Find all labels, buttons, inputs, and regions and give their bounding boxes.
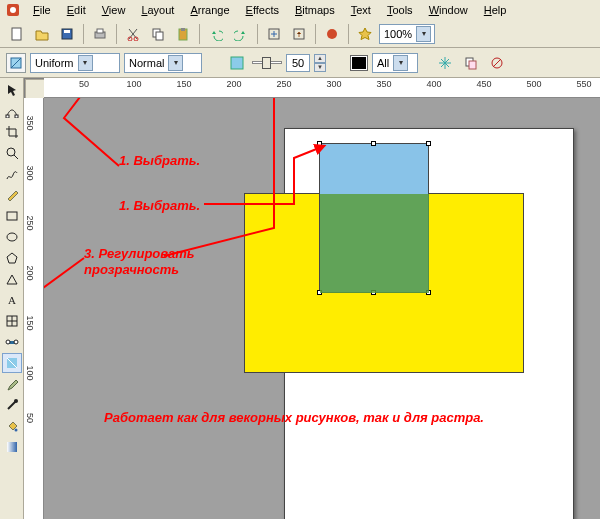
annotation-footer: Работает как для векорных рисунков, так … xyxy=(104,410,484,425)
menu-window[interactable]: Window xyxy=(422,2,475,18)
pick-tool[interactable] xyxy=(2,80,22,100)
blend-mode-combo[interactable]: Normal ▾ xyxy=(124,53,202,73)
rectangle-tool[interactable] xyxy=(2,206,22,226)
chevron-down-icon[interactable]: ▾ xyxy=(78,55,93,71)
ruler-tick: 300 xyxy=(326,79,341,89)
svg-point-15 xyxy=(327,29,337,39)
paste-button[interactable] xyxy=(172,23,194,45)
menu-help[interactable]: Help xyxy=(477,2,514,18)
transparency-type-value: Uniform xyxy=(35,57,74,69)
slider-thumb[interactable] xyxy=(262,57,271,69)
cut-button[interactable] xyxy=(122,23,144,45)
ruler-tick: 250 xyxy=(276,79,291,89)
standard-toolbar: 100% ▾ xyxy=(0,20,600,48)
svg-rect-10 xyxy=(156,32,163,40)
crop-tool[interactable] xyxy=(2,122,22,142)
freehand-tool[interactable] xyxy=(2,164,22,184)
svg-rect-22 xyxy=(15,115,18,118)
menu-file[interactable]: File xyxy=(26,2,58,18)
open-button[interactable] xyxy=(31,23,53,45)
shape-tool[interactable] xyxy=(2,101,22,121)
apply-target-icon xyxy=(350,55,368,71)
welcome-button[interactable] xyxy=(354,23,376,45)
ruler-tick: 200 xyxy=(226,79,241,89)
chevron-down-icon[interactable]: ▾ xyxy=(393,55,408,71)
table-tool[interactable] xyxy=(2,311,22,331)
svg-point-30 xyxy=(14,340,18,344)
app-icon xyxy=(6,3,20,17)
ruler-tick: 550 xyxy=(576,79,591,89)
svg-rect-17 xyxy=(231,57,243,69)
export-button[interactable] xyxy=(288,23,310,45)
toolbox: A xyxy=(0,78,24,519)
ruler-vertical[interactable]: 350 300 250 200 150 100 50 xyxy=(24,98,44,519)
svg-rect-12 xyxy=(181,28,185,31)
ruler-tick: 350 xyxy=(25,116,35,131)
zoom-combo[interactable]: 100% ▾ xyxy=(379,24,435,44)
canvas[interactable]: 1. Выбрать. 1. Выбрать. 3. Регулировать … xyxy=(44,98,600,519)
svg-text:A: A xyxy=(8,294,16,306)
transparency-property-bar: Uniform ▾ Normal ▾ 50 ▲▼ All ▾ xyxy=(0,48,600,78)
annotation-3b: прозрачность xyxy=(84,262,179,277)
app-launcher-button[interactable] xyxy=(321,23,343,45)
menu-layout[interactable]: Layout xyxy=(134,2,181,18)
menu-edit[interactable]: Edit xyxy=(60,2,93,18)
ellipse-tool[interactable] xyxy=(2,227,22,247)
smart-tool[interactable] xyxy=(2,185,22,205)
ruler-tick: 150 xyxy=(25,316,35,331)
outline-tool[interactable] xyxy=(2,395,22,415)
ruler-horizontal[interactable]: 50 100 150 200 250 300 350 400 450 500 5… xyxy=(44,78,600,98)
apply-target-combo[interactable]: All ▾ xyxy=(372,53,418,73)
transparency-type-combo[interactable]: Uniform ▾ xyxy=(30,53,120,73)
chevron-down-icon[interactable]: ▾ xyxy=(416,26,431,42)
interactive-tool[interactable] xyxy=(2,332,22,352)
zoom-value: 100% xyxy=(384,28,412,40)
copy-props-button[interactable] xyxy=(460,52,482,74)
svg-point-29 xyxy=(6,340,10,344)
transparency-tool[interactable] xyxy=(2,353,22,373)
interactive-fill-tool[interactable] xyxy=(2,437,22,457)
annotation-2: 1. Выбрать. xyxy=(119,198,200,213)
svg-rect-34 xyxy=(7,442,17,452)
svg-point-23 xyxy=(7,148,15,156)
fill-tool[interactable] xyxy=(2,416,22,436)
menu-bitmaps[interactable]: Bitmaps xyxy=(288,2,342,18)
ruler-tick: 50 xyxy=(79,79,89,89)
polygon-tool[interactable] xyxy=(2,248,22,268)
svg-rect-21 xyxy=(6,115,9,118)
save-button[interactable] xyxy=(56,23,78,45)
ruler-tick: 300 xyxy=(25,166,35,181)
menu-view[interactable]: View xyxy=(95,2,133,18)
transparency-start-icon xyxy=(226,53,248,73)
eyedropper-tool[interactable] xyxy=(2,374,22,394)
annotation-3a: 3. Регулировать xyxy=(84,246,194,261)
workspace: A 50 100 150 200 250 300 350 400 450 500… xyxy=(0,78,600,519)
ruler-tick: 100 xyxy=(25,366,35,381)
undo-button[interactable] xyxy=(205,23,227,45)
overlap-region xyxy=(320,194,429,293)
basic-shapes-tool[interactable] xyxy=(2,269,22,289)
menu-arrange[interactable]: Arrange xyxy=(183,2,236,18)
edit-transparency-button[interactable] xyxy=(6,53,26,73)
clear-transparency-button[interactable] xyxy=(486,52,508,74)
menu-tools[interactable]: Tools xyxy=(380,2,420,18)
svg-point-33 xyxy=(14,429,17,432)
redo-button[interactable] xyxy=(230,23,252,45)
copy-button[interactable] xyxy=(147,23,169,45)
zoom-tool[interactable] xyxy=(2,143,22,163)
transparency-value-field[interactable]: 50 xyxy=(286,54,310,72)
import-button[interactable] xyxy=(263,23,285,45)
freeze-button[interactable] xyxy=(434,52,456,74)
new-button[interactable] xyxy=(6,23,28,45)
menu-effects[interactable]: Effects xyxy=(239,2,286,18)
canvas-wrap: 50 100 150 200 250 300 350 400 450 500 5… xyxy=(24,78,600,519)
transparency-slider[interactable] xyxy=(252,53,282,73)
annotation-1: 1. Выбрать. xyxy=(119,153,200,168)
print-button[interactable] xyxy=(89,23,111,45)
text-tool[interactable]: A xyxy=(2,290,22,310)
svg-point-1 xyxy=(10,7,16,13)
chevron-down-icon[interactable]: ▾ xyxy=(168,55,183,71)
menu-text[interactable]: Text xyxy=(344,2,378,18)
transparency-spinner[interactable]: ▲▼ xyxy=(314,54,326,72)
ruler-tick: 350 xyxy=(376,79,391,89)
